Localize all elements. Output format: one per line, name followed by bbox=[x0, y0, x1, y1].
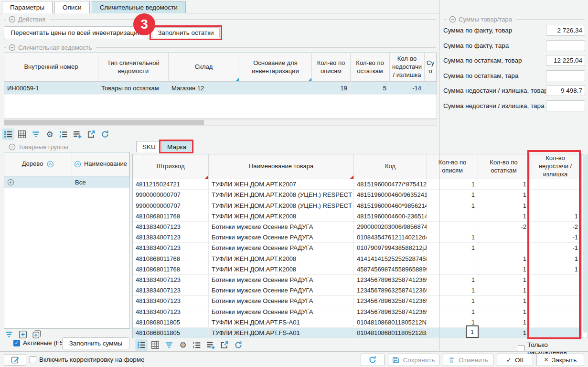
col-internal-number[interactable]: Внутренний номер bbox=[4, 53, 98, 82]
filter-icon[interactable] bbox=[30, 129, 42, 140]
col-type[interactable]: Тип сличительной ведомости bbox=[98, 53, 169, 82]
col-barcode[interactable]: Штрихкод bbox=[133, 154, 209, 179]
col-qty-lists[interactable]: Кол-во по описям bbox=[312, 53, 351, 82]
groups-row[interactable]: Все bbox=[4, 176, 129, 188]
detail-grid-body: 4811215024721ТУФЛИ ЖЕН.ДОМ.АРТ.К20074815… bbox=[133, 179, 581, 338]
table-row[interactable]: 4813834007123Ботинки мужские Осенние РАД… bbox=[133, 306, 581, 317]
col-tree[interactable]: Дерево bbox=[4, 152, 72, 176]
tab-mark[interactable]: Марка bbox=[161, 141, 192, 152]
col-qty-lists[interactable]: Кол-во по описям bbox=[427, 154, 478, 179]
checkbox-unchecked-icon[interactable] bbox=[518, 345, 524, 352]
table-row[interactable]: 4810868011768ТУФЛИ ЖЕН.ДОМ.АРТ.К20084141… bbox=[133, 253, 581, 264]
qty-cell-editor[interactable]: 1 bbox=[466, 325, 479, 338]
cell-qty-remainders: 1 bbox=[478, 306, 530, 317]
collapse-icon[interactable] bbox=[9, 16, 16, 23]
active-filter-checkbox[interactable]: Активные (F5) bbox=[13, 339, 65, 346]
table-row[interactable]: 4813834007123Ботинки мужские Осенние РАД… bbox=[133, 222, 581, 232]
sort-ascending-icon[interactable] bbox=[47, 161, 54, 168]
detail-vscrollbar-thumb[interactable] bbox=[583, 155, 587, 333]
recalc-prices-button[interactable]: Пересчитать цены по всей инвентаризации bbox=[4, 26, 148, 39]
fill-remainders-button[interactable]: Заполнить остатки bbox=[152, 27, 220, 38]
numbered-list-icon[interactable] bbox=[191, 339, 203, 351]
cell-product: Ботинки мужские Осенние РАДУГА bbox=[209, 296, 354, 306]
col-basis[interactable]: Основание для инвентаризации bbox=[239, 53, 312, 82]
table-row-selected[interactable]: 4810868011805ТУФЛИ ЖЕН.ДОМ.АРТ.FS-A01010… bbox=[133, 328, 581, 338]
table-row[interactable]: 9900000000707ТУФЛИ ЖЕН.ДОМ.АРТ.К2008 (УЦ… bbox=[133, 200, 581, 211]
statement-row[interactable]: ИН00059-1 Товары по остаткам Магазин 12 … bbox=[4, 82, 437, 95]
col-qty-remainders[interactable]: Кол-во по остаткам bbox=[351, 53, 390, 82]
settings-gear-icon[interactable]: ⚙ bbox=[177, 339, 189, 351]
tab-sku[interactable]: SKU bbox=[136, 141, 162, 152]
expand-plus-icon[interactable] bbox=[7, 179, 14, 186]
numbered-list-icon[interactable] bbox=[57, 129, 70, 140]
groups-panel-title: Товарные группы bbox=[18, 143, 68, 151]
cancel-button[interactable]: Отменить bbox=[443, 354, 493, 366]
append-rows-icon[interactable] bbox=[204, 339, 217, 351]
collapse-icon[interactable] bbox=[449, 16, 456, 23]
checkbox-checked-icon[interactable] bbox=[13, 340, 20, 346]
close-button[interactable]: × Закрыть bbox=[536, 354, 584, 366]
statement-hscrollbar-thumb[interactable] bbox=[4, 120, 204, 125]
col-code[interactable]: Код bbox=[354, 154, 427, 179]
open-external-icon[interactable] bbox=[85, 129, 97, 140]
detail-vscrollbar[interactable] bbox=[582, 154, 588, 338]
save-button[interactable]: Сохранить bbox=[388, 354, 439, 366]
statement-hscrollbar[interactable] bbox=[4, 119, 437, 126]
tab-describes[interactable]: Описи bbox=[54, 1, 90, 13]
cell-tree-expand[interactable] bbox=[4, 176, 72, 188]
col-name[interactable]: Наименование bbox=[72, 152, 129, 176]
cell-code: 1234567896325874123694 bbox=[354, 306, 427, 317]
collapse-icon[interactable] bbox=[9, 143, 16, 151]
grid-view-icon[interactable] bbox=[16, 129, 28, 140]
append-rows-icon[interactable] bbox=[71, 129, 84, 140]
expand-plus-icon[interactable] bbox=[17, 329, 29, 340]
enable-correction-checkbox[interactable]: Включить корректировку на форме bbox=[30, 356, 145, 363]
table-row[interactable]: 4810868011768ТУФЛИ ЖЕН.ДОМ.АРТ.К20084587… bbox=[133, 264, 581, 275]
settings-gear-icon[interactable]: ⚙ bbox=[43, 129, 56, 140]
collapse-icon[interactable] bbox=[9, 44, 16, 51]
filter-icon[interactable] bbox=[3, 329, 15, 340]
sum-shortage-tare-field[interactable] bbox=[546, 100, 585, 111]
list-view-icon[interactable] bbox=[2, 129, 14, 140]
cell-qty-shortage: -14 bbox=[390, 82, 425, 95]
refresh-icon[interactable] bbox=[232, 339, 245, 351]
edit-correction-button[interactable] bbox=[4, 354, 26, 366]
col-warehouse[interactable]: Склад bbox=[169, 53, 239, 82]
fill-sums-button[interactable]: Заполнить суммы bbox=[62, 337, 129, 349]
sum-shortage-goods-field[interactable]: 9 498,7 bbox=[546, 85, 585, 96]
col-qty-shortage[interactable]: Кол-во недостачи / излишка bbox=[390, 53, 425, 82]
sum-fact-goods-field[interactable]: 2 726,34 bbox=[546, 25, 585, 36]
grid-view-icon[interactable] bbox=[149, 339, 161, 351]
cell-code: 4141414152525252874587 bbox=[354, 253, 427, 264]
table-row[interactable]: 4810868011768ТУФЛИ ЖЕН.ДОМ.АРТ.К20084815… bbox=[133, 211, 581, 222]
table-row[interactable]: 4810868011805ТУФЛИ ЖЕН.ДОМ.АРТ.FS-A01010… bbox=[133, 317, 581, 328]
filter-icon[interactable] bbox=[163, 339, 175, 351]
ok-button[interactable]: ✓ ОК bbox=[497, 354, 533, 366]
list-view-icon[interactable] bbox=[135, 339, 148, 351]
col-qty-shortage[interactable]: Кол-во недостачи / излишка bbox=[530, 154, 581, 179]
tab-parameters[interactable]: Параметры bbox=[2, 1, 53, 13]
table-row[interactable]: 9900000000707ТУФЛИ ЖЕН.ДОМ.АРТ.К2008 (УЦ… bbox=[133, 190, 581, 200]
table-row[interactable]: 4813834007123Ботинки мужские Осенние РАД… bbox=[133, 285, 581, 296]
tab-statements[interactable]: Сличительные ведомости bbox=[92, 1, 186, 13]
sum-remainders-goods-field[interactable]: 12 225,04 bbox=[546, 55, 585, 66]
open-external-icon[interactable] bbox=[218, 339, 231, 351]
sum-remainders-tare-field[interactable] bbox=[546, 70, 585, 81]
cell-qty-shortage: 1 bbox=[530, 211, 581, 222]
expand-plus-multi-icon[interactable] bbox=[31, 329, 43, 340]
table-row[interactable]: 4813834007123Ботинки мужские Осенние РАД… bbox=[133, 296, 581, 306]
table-row[interactable]: 4813834007123Ботинки мужские Осенние РАД… bbox=[133, 243, 581, 253]
checkbox-unchecked-icon[interactable] bbox=[30, 356, 36, 363]
sort-ascending-icon[interactable] bbox=[74, 161, 81, 168]
cell-qty-lists: 1 bbox=[427, 306, 478, 317]
table-row[interactable]: 4813834007123Ботинки мужские Осенние РАД… bbox=[133, 275, 581, 285]
col-qty-remainders[interactable]: Кол-во по остаткам bbox=[478, 154, 530, 179]
sum-fact-tare-field[interactable] bbox=[546, 40, 585, 51]
cell-truncated bbox=[425, 82, 437, 95]
refresh-button[interactable] bbox=[361, 354, 385, 366]
table-row[interactable]: 4813834007123Ботинки мужские Осенние РАД… bbox=[133, 232, 581, 243]
col-truncated[interactable]: Су о bbox=[425, 53, 437, 82]
col-product[interactable]: Наименование товара bbox=[209, 154, 354, 179]
refresh-icon[interactable] bbox=[99, 129, 111, 140]
table-row[interactable]: 4811215024721ТУФЛИ ЖЕН.ДОМ.АРТ.К20074815… bbox=[133, 179, 581, 190]
